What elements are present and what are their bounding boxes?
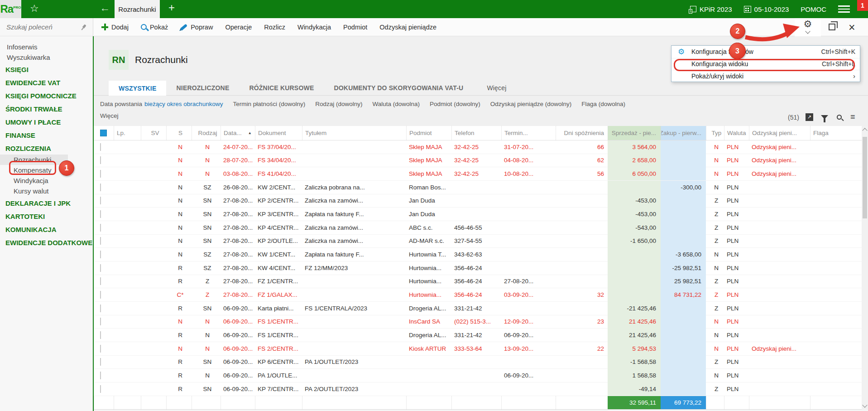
col-header-dokument[interactable]: Dokument	[255, 126, 302, 140]
help-button[interactable]: POMOC	[801, 5, 826, 13]
col-header-data[interactable]: Data...▲	[221, 126, 255, 140]
col-header-sprzedaz-pie[interactable]: Sprzedaż - pie...	[608, 126, 661, 140]
filter-waluta-dowolna[interactable]: Waluta (dowolna)	[373, 101, 420, 111]
row-checkbox[interactable]	[94, 194, 114, 208]
filters-more-link[interactable]: Więcej	[100, 112, 119, 119]
table-row[interactable]: NN28-07-20...FS 34/04/20...Sklep MAJA32-…	[94, 154, 862, 168]
scrollbar-thumb[interactable]	[863, 137, 867, 218]
row-checkbox[interactable]	[94, 369, 114, 382]
cell-odzyskaj[interactable]: Odzyskaj pieni...	[749, 167, 810, 181]
row-checkbox[interactable]	[94, 208, 114, 221]
sidebar-item-kartoteki[interactable]: KARTOTEKI	[0, 210, 93, 222]
tab-wiecej[interactable]: Więcej	[473, 81, 516, 95]
col-header-odzyskaj-pieni[interactable]: Odzyskaj pieni...	[749, 126, 810, 140]
table-row[interactable]: C*Z27-08-20...FZ 1/GALAX...Hurtownia...3…	[94, 288, 862, 302]
row-checkbox[interactable]	[94, 329, 114, 342]
table-row[interactable]: NN06-09-20...FS 1/CENTR...InsCard SA(022…	[94, 315, 862, 329]
sidebar-item-rozliczenia[interactable]: ROZLICZENIA	[0, 142, 93, 155]
sidebar-item-finanse[interactable]: FINANSE	[0, 129, 93, 141]
filter-odzyskaj-pieniadze-dowolny[interactable]: Odzyskaj pieniądze (dowolny)	[490, 101, 571, 111]
col-header-lp[interactable]: Lp.	[114, 126, 141, 140]
row-checkbox[interactable]	[94, 167, 114, 181]
col-header-tytu-em[interactable]: Tytułem	[302, 126, 406, 140]
sidebar-item-infoserwis[interactable]: Infoserwis	[0, 42, 93, 52]
filter-rodzaj-dowolny[interactable]: Rodzaj (dowolny)	[315, 101, 362, 111]
search-input[interactable]	[0, 18, 72, 35]
col-header-waluta[interactable]: Waluta	[724, 126, 749, 140]
table-row[interactable]: NSN27-08-20...KP 2/CENTR...Zaliczka na z…	[94, 194, 862, 208]
notification-badge[interactable]: 1	[857, 0, 868, 11]
col-header-s[interactable]: S	[166, 126, 192, 140]
row-checkbox[interactable]	[94, 181, 114, 194]
table-row[interactable]: NSZ26-08-20...KW 2/CENT...Zaliczka pobra…	[94, 181, 862, 194]
table-row[interactable]: RZ27-08-20...FZ 1/CENTR...Hurtownia...35…	[94, 275, 862, 289]
col-header-podmiot[interactable]: Podmiot	[406, 126, 451, 140]
row-checkbox[interactable]	[94, 315, 114, 329]
sidebar-item-ksiegi[interactable]: KSIĘGI	[0, 63, 93, 76]
row-checkbox[interactable]	[94, 248, 114, 261]
row-checkbox[interactable]	[94, 288, 114, 302]
sidebar-item-srodki-trwa-e[interactable]: ŚRODKI TRWAŁE	[0, 103, 93, 115]
app-logo[interactable]: RaPRO	[0, 0, 21, 18]
toolbar-podmiot[interactable]: Podmiot	[343, 24, 367, 31]
vertical-scrollbar[interactable]	[862, 126, 868, 410]
filter-podmiot-dowolny[interactable]: Podmiot (dowolny)	[430, 101, 480, 111]
toolbar-rozlicz[interactable]: Rozlicz	[264, 24, 285, 31]
table-row[interactable]: RSN06-09-20...Karta płatni...FS 1/CENTRA…	[94, 302, 862, 315]
filter-value[interactable]: bieżący okres obrachunkowy	[144, 101, 223, 107]
period-selector[interactable]: 1 KPiR 2023	[690, 5, 732, 13]
tab-nierozliczone[interactable]: NIEROZLICZONE	[166, 81, 239, 95]
export-icon[interactable]: ↗	[806, 113, 813, 121]
sidebar-item-umowy-i-p-ace[interactable]: UMOWY I PŁACE	[0, 116, 93, 128]
toolbar-dodaj[interactable]: Dodaj	[101, 24, 129, 31]
sidebar-item-wyszukiwarka[interactable]: Wyszukiwarka	[0, 52, 93, 63]
main-menu-icon[interactable]	[838, 5, 850, 13]
scroll-down-icon[interactable]	[862, 402, 867, 407]
col-header-dni-spoznienia[interactable]: Dni spóźnienia	[556, 126, 608, 140]
table-row[interactable]: RN06-09-20...FS 1/CENTR...Drogeria AL...…	[94, 329, 862, 342]
sidebar-item-deklaracje-i-jpk[interactable]: DEKLARACJE I JPK	[0, 197, 93, 209]
table-row[interactable]: NSZ27-08-20...KW 1/CENT...Zapłata na fak…	[94, 248, 862, 261]
toolbar-pokaz[interactable]: Pokaż	[141, 24, 168, 31]
date-selector[interactable]: 05-10-2023	[744, 5, 789, 13]
toolbar-operacje[interactable]: Operacje	[225, 24, 252, 31]
table-row[interactable]: NN03-08-20...FS 41/04/20...Sklep MAJA32-…	[94, 167, 862, 181]
row-checkbox[interactable]	[94, 382, 114, 396]
table-row[interactable]: NSN27-08-20...KP 3/CENTR...Zapłata na fa…	[94, 208, 862, 221]
col-header-flaga[interactable]: Flaga	[810, 126, 862, 140]
table-row[interactable]: NSN27-08-20...KP 2/OUTLE...Zaliczka na z…	[94, 235, 862, 248]
favorites-star-icon[interactable]: ☆	[30, 3, 39, 15]
table-row[interactable]: NSN27-08-20...KP 4/CENTR...Zaliczka na z…	[94, 221, 862, 235]
tab-wszystkie[interactable]: WSZYSTKIE	[109, 81, 166, 96]
col-header-rodzaj[interactable]: Rodzaj	[192, 126, 221, 140]
row-checkbox[interactable]	[94, 154, 114, 167]
col-header-sv[interactable]: SV	[141, 126, 166, 140]
row-checkbox[interactable]	[94, 140, 114, 154]
table-row[interactable]: RN06-09-20...PA 1/OUTLE...06-09-20...1 5…	[94, 369, 862, 382]
col-header-zakup-pierw[interactable]: Zakup - pierw...	[661, 126, 706, 140]
row-checkbox[interactable]	[94, 275, 114, 288]
table-row[interactable]: NN06-09-20...FS 2/CENTR...Kiosk ARTUR333…	[94, 342, 862, 356]
sidebar-item-ksiegi-pomocnicze[interactable]: KSIĘGI POMOCNICZE	[0, 90, 93, 102]
table-row[interactable]: RSZ27-08-20...KW 4/CENT...FZ 12/MM/2023H…	[94, 261, 862, 275]
sidebar-item-ewidencje-dodatkowe[interactable]: EWIDENCJE DODATKOWE	[0, 237, 93, 249]
filter-termin-p-atnosci-dowolny[interactable]: Termin płatności (dowolny)	[233, 101, 305, 111]
search-list-icon[interactable]	[837, 115, 842, 120]
filter-funnel-icon[interactable]	[821, 115, 828, 119]
module-tab[interactable]: Rozrachunki	[115, 0, 160, 18]
tab-roznice-kursowe[interactable]: RÓŻNICE KURSOWE	[239, 81, 324, 95]
cell-odzyskaj[interactable]: Odzyskaj pieni...	[749, 342, 810, 356]
sidebar-item-ewidencje-vat[interactable]: EWIDENCJE VAT	[0, 77, 93, 89]
menu-item-pokaz-ukryj-widoki[interactable]: Pokaż/ukryj widoki›	[671, 70, 860, 82]
tab-dokumenty-do-skorygowania-vat-u[interactable]: DOKUMENTY DO SKORYGOWANIA VAT-U	[324, 81, 473, 95]
row-checkbox[interactable]	[94, 221, 114, 235]
filter-flaga-dowolna[interactable]: Flaga (dowolna)	[581, 101, 625, 111]
cell-odzyskaj[interactable]: Odzyskaj pieni...	[749, 140, 810, 154]
menu-item-konfiguracja-finansow[interactable]: ⚙Konfiguracja finansówCtrl+Shift+K	[671, 46, 860, 58]
row-checkbox[interactable]	[94, 342, 114, 356]
toolbar-odzyskaj-pieniadze[interactable]: Odzyskaj pieniądze	[379, 24, 436, 31]
row-checkbox[interactable]	[94, 302, 114, 315]
detach-window-icon[interactable]	[829, 24, 835, 30]
new-tab-plus-icon[interactable]: +	[168, 1, 175, 14]
sidebar-item-komunikacja[interactable]: KOMUNIKACJA	[0, 223, 93, 236]
